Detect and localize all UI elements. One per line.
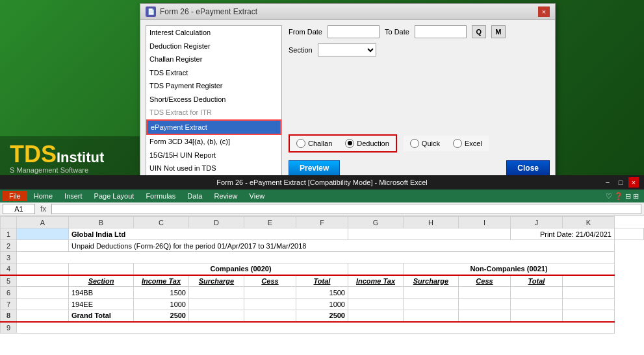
cell-a1[interactable]: [17, 228, 69, 240]
cell-e6[interactable]: [244, 287, 296, 299]
surcharge-header2: Surcharge: [404, 275, 459, 287]
deduction-radio-option[interactable]: Deduction: [345, 139, 389, 148]
cell-b1-company[interactable]: Global India Ltd: [69, 228, 348, 240]
rownum-3: 3: [1, 252, 17, 263]
cell-g6[interactable]: [348, 287, 404, 299]
cell-b4-section: [69, 263, 134, 275]
col-j: J: [511, 217, 563, 228]
review-menu[interactable]: Review: [209, 191, 242, 201]
cell-f8[interactable]: 2500: [296, 310, 348, 322]
menu-item-challan[interactable]: Challan Register: [146, 53, 281, 66]
quick-radio-option[interactable]: Quick: [410, 139, 440, 148]
row-8: 8 Grand Total 2500 2500: [1, 310, 644, 322]
excel-radio-circle: [453, 139, 462, 148]
cell-title: Unpaid Deductions (Form-26Q) for the per…: [69, 240, 615, 252]
home-menu[interactable]: Home: [29, 191, 58, 201]
q-button[interactable]: Q: [472, 25, 486, 38]
right-panel: From Date To Date Q M Section C: [289, 25, 550, 176]
menu-item-uin-not-used[interactable]: UIN Not used in TDS: [146, 162, 281, 175]
m-button[interactable]: M: [491, 25, 506, 38]
cell-c6[interactable]: 1500: [134, 287, 189, 299]
rownum-9: 9: [1, 322, 17, 334]
minimize-button[interactable]: −: [602, 177, 613, 188]
dialog-close-button[interactable]: ×: [538, 6, 550, 17]
formula-icon: fx: [38, 204, 49, 214]
cell-c7[interactable]: 1000: [134, 299, 189, 310]
col-e: E: [244, 217, 296, 228]
menu-item-15g15h[interactable]: 15G/15H UIN Report: [146, 149, 281, 162]
menu-item-form3cd[interactable]: Form 3CD 34[(a), (b), (c)]: [146, 135, 281, 149]
row-1: 1 Global India Ltd Print Date: 21/04/202…: [1, 228, 644, 240]
cell-b8-grand-total[interactable]: Grand Total: [69, 310, 134, 322]
button-row: Preview Close: [289, 160, 550, 176]
cell-e8[interactable]: [244, 310, 296, 322]
section-select[interactable]: [318, 43, 376, 56]
total-header2: Total: [511, 275, 563, 287]
income-tax-header2: Income Tax: [348, 275, 404, 287]
menu-item-tds-itr[interactable]: TDS Extract for ITR: [146, 106, 281, 119]
menu-item-interest[interactable]: Interest Calculation: [146, 26, 281, 40]
spreadsheet[interactable]: A B C D E F G H I J K 1 Glob: [0, 216, 644, 355]
insert-menu[interactable]: Insert: [59, 191, 88, 201]
menu-item-short-excess[interactable]: Short/Excess Deduction: [146, 93, 281, 106]
cell-j6[interactable]: [511, 287, 563, 299]
close-button[interactable]: Close: [506, 160, 550, 176]
menu-item-epayment[interactable]: ePayment Extract: [146, 119, 281, 136]
preview-button[interactable]: Preview: [289, 160, 340, 176]
quick-label: Quick: [422, 140, 440, 147]
view-menu[interactable]: View: [244, 191, 270, 201]
cell-h8[interactable]: [404, 310, 459, 322]
title-text: Unpaid Deductions (Form-26Q) for the per…: [71, 242, 306, 250]
cell-g8[interactable]: [348, 310, 404, 322]
cell-b7-section[interactable]: 194EE: [69, 299, 134, 310]
dialog-title-text: Form 26 - ePayment Extract: [160, 7, 257, 16]
restore-button[interactable]: □: [615, 177, 626, 188]
row-7: 7 194EE 1000 1000: [1, 299, 644, 310]
row-3: 3: [1, 252, 644, 263]
cell-g4-empty: [348, 263, 404, 275]
dialog-icon: 📄: [146, 6, 156, 17]
cell-h6[interactable]: [404, 287, 459, 299]
cell-d6[interactable]: [189, 287, 244, 299]
cell-c8[interactable]: 2500: [134, 310, 189, 322]
data-menu[interactable]: Data: [182, 191, 207, 201]
excel-radio-option[interactable]: Excel: [453, 139, 482, 148]
formulas-menu[interactable]: Formulas: [140, 191, 181, 201]
cell-i6[interactable]: [459, 287, 511, 299]
cell-d7[interactable]: [189, 299, 244, 310]
to-date-input[interactable]: [415, 25, 467, 38]
cell-j1-print: Print Date: 21/04/2021: [511, 228, 615, 240]
excel-taskbar: Form 26 - ePayment Extract [Compatibilit…: [0, 175, 644, 190]
col-g: G: [348, 217, 404, 228]
deduction-radio-circle: [345, 139, 354, 148]
cell-i7[interactable]: [459, 299, 511, 310]
menu-item-deduction-register[interactable]: Deduction Register: [146, 40, 281, 53]
cell-e7[interactable]: [244, 299, 296, 310]
from-date-input[interactable]: [328, 25, 380, 38]
file-menu[interactable]: File: [3, 191, 27, 201]
cell-f7[interactable]: 1000: [296, 299, 348, 310]
dialog-titlebar: 📄 Form 26 - ePayment Extract ×: [140, 4, 555, 20]
rownum-5: 5: [1, 275, 17, 287]
cell-a8: [17, 310, 69, 322]
page-layout-menu[interactable]: Page Layout: [89, 191, 140, 201]
cell-f6[interactable]: 1500: [296, 287, 348, 299]
cell-reference[interactable]: [3, 204, 35, 214]
rownum-6: 6: [1, 287, 17, 299]
challan-radio-option[interactable]: Challan: [296, 139, 332, 148]
cell-j8[interactable]: [511, 310, 563, 322]
menu-item-tds-payment[interactable]: TDS Payment Register: [146, 79, 281, 93]
cell-g7[interactable]: [348, 299, 404, 310]
formula-input[interactable]: [51, 204, 641, 214]
cell-i8[interactable]: [459, 310, 511, 322]
surcharge-header1: Surcharge: [189, 275, 244, 287]
col-a: A: [17, 217, 69, 228]
close-window-button[interactable]: ×: [628, 177, 639, 188]
cell-b6-section[interactable]: 194BB: [69, 287, 134, 299]
cell-h7[interactable]: [404, 299, 459, 310]
cell-d8[interactable]: [189, 310, 244, 322]
date-row: From Date To Date Q M: [289, 25, 550, 38]
menu-item-tds-extract[interactable]: TDS Extract: [146, 66, 281, 80]
non-companies-header: Non-Companies (0021): [404, 263, 615, 275]
cell-j7[interactable]: [511, 299, 563, 310]
